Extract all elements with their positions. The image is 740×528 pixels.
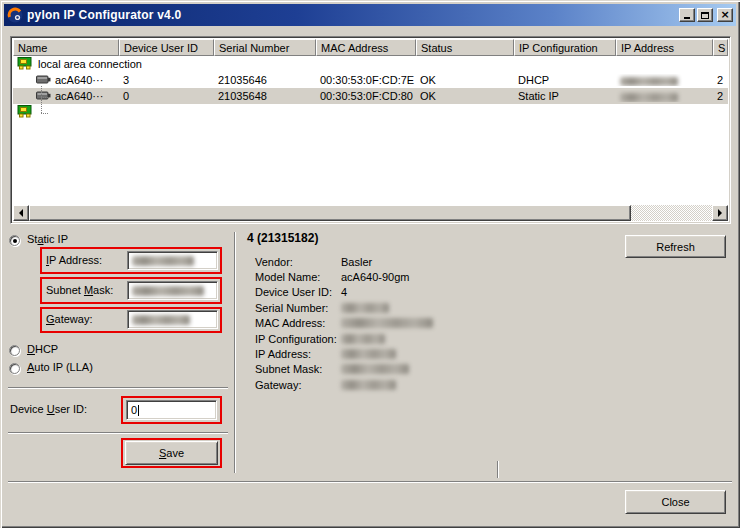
network-adapter-icon [17, 104, 33, 120]
cell-mac-address: 00:30:53:0F:CD:7E [316, 74, 416, 86]
radio-selected-dot [13, 239, 17, 243]
device-user-id-info-label: Device User ID: [255, 286, 341, 298]
tree-connector-stub [41, 97, 48, 98]
subnet-mask-label: Subnet Mask: [46, 284, 113, 296]
ip-address-redacted [341, 349, 396, 359]
serial-number-label: Serial Number: [255, 302, 341, 314]
close-icon: × [720, 10, 729, 20]
vendor-label: Vendor: [255, 256, 341, 268]
panel-separator [234, 232, 236, 473]
cell-device-user-id: 0 [119, 90, 214, 102]
bottom-separator [8, 481, 732, 483]
network-adapter-icon [17, 56, 33, 72]
titlebar[interactable]: pylon IP Configurator v4.0 × [4, 4, 736, 26]
gateway-label: Gateway: [46, 313, 92, 325]
tree-connector-line [41, 86, 42, 113]
arrow-right-icon [718, 209, 726, 217]
model-name-value: acA640-90gm [341, 271, 410, 283]
column-header-serial-number[interactable]: Serial Number [214, 39, 316, 56]
camera-icon [36, 90, 51, 102]
device-info-title: 4 (21315182) [247, 231, 318, 245]
table-row-camera-1[interactable]: acA640··· 3 21035646 00:30:53:0F:CD:7E O… [13, 72, 728, 88]
model-name-label: Model Name: [255, 271, 341, 283]
subnet-mask-redacted [341, 364, 409, 374]
auto-ip-label: Auto IP (LLA) [27, 361, 93, 373]
window: pylon IP Configurator v4.0 × Name Device… [0, 0, 740, 528]
camera-icon [36, 74, 51, 86]
column-header-ip-address[interactable]: IP Address [616, 39, 713, 56]
scroll-right-button[interactable] [712, 205, 728, 221]
device-info-panel: Vendor:Basler Model Name:acA640-90gm Dev… [255, 254, 505, 393]
gateway-redacted [341, 380, 396, 390]
maximize-button[interactable] [697, 8, 713, 22]
table-rows: local area connection acA640··· [13, 56, 728, 120]
static-ip-label: Static IP [27, 233, 68, 245]
ip-address-input[interactable] [127, 251, 218, 270]
table-row-network-adapter[interactable]: local area connection [13, 56, 728, 72]
app-icon [7, 7, 23, 23]
maximize-icon [701, 12, 709, 19]
column-header-ip-configuration[interactable]: IP Configuration [514, 39, 616, 56]
tree-connector-stub [41, 113, 48, 114]
camera-name: acA640··· [55, 90, 103, 102]
cell-status: OK [416, 74, 514, 86]
minimize-icon [684, 17, 690, 19]
scrollbar-thumb[interactable] [29, 205, 631, 221]
refresh-button[interactable]: Refresh [625, 235, 726, 258]
subnet-mask-info-label: Subnet Mask: [255, 363, 341, 375]
radio-dhcp[interactable] [9, 345, 20, 356]
ip-configuration-label: IP Configuration: [255, 333, 341, 345]
column-header-mac-address[interactable]: MAC Address [316, 39, 416, 56]
text-caret [138, 405, 139, 416]
radio-auto-ip[interactable] [9, 363, 20, 374]
cell-status: OK [416, 90, 514, 102]
close-button[interactable]: Close [625, 490, 726, 514]
cell-ip-configuration: Static IP [514, 90, 616, 102]
cell-ip-address-redacted [616, 74, 713, 86]
minimize-button[interactable] [679, 8, 695, 22]
vendor-value: Basler [341, 256, 372, 268]
cell-subnet-partial: 2 [713, 90, 728, 102]
panel-separator-short [497, 461, 499, 478]
camera-name: acA640··· [55, 74, 103, 86]
horizontal-scrollbar[interactable] [13, 205, 728, 221]
cell-serial-number: 21035646 [214, 74, 316, 86]
column-header-status[interactable]: Status [416, 39, 514, 56]
table-header: Name Device User ID Serial Number MAC Ad… [13, 39, 728, 56]
device-user-id-info-value: 4 [341, 286, 347, 298]
dhcp-label: DHCP [27, 343, 58, 355]
cell-serial-number: 21035648 [214, 90, 316, 102]
cell-ip-address-redacted [616, 90, 713, 102]
radio-static-ip[interactable] [9, 235, 20, 246]
cell-device-user-id: 3 [119, 74, 214, 86]
arrow-left-icon [15, 209, 23, 217]
mac-address-redacted [341, 318, 433, 328]
save-button[interactable]: Save [125, 441, 218, 465]
scroll-left-button[interactable] [13, 205, 29, 221]
mac-address-label: MAC Address: [255, 317, 341, 329]
cell-subnet-partial: 2 [713, 74, 728, 86]
column-header-name[interactable]: Name [13, 39, 119, 56]
cell-ip-configuration: DHCP [514, 74, 616, 86]
adapter-name: local area connection [38, 58, 142, 70]
serial-number-redacted [341, 303, 389, 313]
ip-address-label: IP Address: [46, 254, 102, 266]
subnet-mask-input[interactable] [127, 281, 218, 300]
table-row-camera-2-selected[interactable]: acA640··· 0 21035648 00:30:53:0F:CD:80 O… [13, 88, 728, 104]
table-row-network-adapter-2[interactable] [13, 104, 728, 120]
gateway-info-label: Gateway: [255, 379, 341, 391]
window-title: pylon IP Configurator v4.0 [27, 8, 679, 22]
device-user-id-input[interactable]: 0 [126, 400, 217, 420]
close-window-button[interactable]: × [717, 8, 733, 22]
separator [8, 432, 228, 434]
cell-mac-address: 00:30:53:0F:CD:80 [316, 90, 416, 102]
ip-address-info-label: IP Address: [255, 348, 341, 360]
separator [8, 387, 228, 389]
column-header-subnet[interactable]: S [713, 39, 728, 56]
gateway-input[interactable] [127, 310, 218, 329]
column-header-device-user-id[interactable]: Device User ID [119, 39, 214, 56]
device-table: Name Device User ID Serial Number MAC Ad… [10, 36, 731, 224]
device-user-id-label: Device User ID: [10, 403, 87, 415]
ip-configuration-redacted [341, 334, 385, 344]
